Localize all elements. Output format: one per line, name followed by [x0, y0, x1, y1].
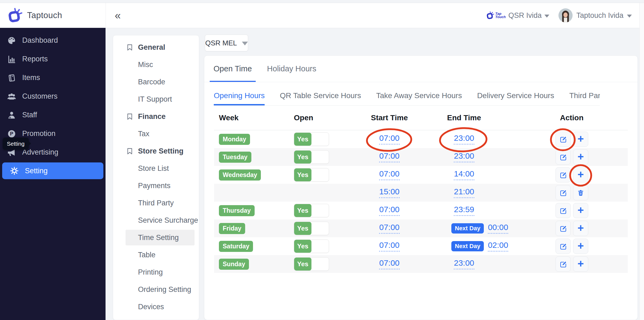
org-logo: Tap Touch	[486, 11, 506, 19]
start-time-link[interactable]: 07:00	[379, 259, 399, 269]
add-button[interactable]: +	[573, 149, 588, 165]
main-sidebar: Dashboard Reports Items	[0, 28, 106, 320]
settings-item-table[interactable]: Table	[113, 246, 199, 264]
settings-item-devices[interactable]: Devices	[113, 298, 199, 315]
edit-button[interactable]	[556, 203, 571, 218]
scrollbar[interactable]	[639, 3, 644, 320]
edit-button[interactable]	[556, 239, 571, 254]
edit-button[interactable]	[556, 221, 571, 236]
table-row-tuesday: Tuesday Yes 07:00 23:00 +	[214, 148, 628, 166]
time-setting-card: Open Time Holiday Hours Opening Hours QR…	[204, 55, 638, 320]
add-button[interactable]: +	[573, 167, 588, 182]
store-selector[interactable]: QSR MEL	[205, 35, 248, 51]
org-caret-icon[interactable]	[544, 15, 549, 18]
sidebar-item-items[interactable]: Items	[0, 68, 106, 87]
start-time-link[interactable]: 07:00	[379, 223, 399, 234]
promotion-icon: P	[7, 129, 16, 138]
settings-item-payments[interactable]: Payments	[113, 177, 199, 194]
next-day-badge: Next Day	[451, 223, 484, 234]
settings-item-third-party[interactable]: Third Party	[113, 194, 199, 212]
table-row-wednesday-extra: 15:00 21:00	[214, 184, 628, 202]
add-button[interactable]: +	[573, 132, 588, 147]
settings-item-misc[interactable]: Misc	[113, 56, 199, 73]
day-badge: Friday	[219, 223, 245, 234]
edit-button[interactable]	[556, 167, 571, 182]
end-time-link[interactable]: 02:00	[488, 241, 508, 252]
sidebar-item-reports[interactable]: Reports	[0, 50, 106, 68]
end-time-link[interactable]: 21:00	[454, 187, 474, 198]
edit-button[interactable]	[556, 132, 571, 147]
edit-button[interactable]	[556, 149, 571, 165]
open-toggle[interactable]: Yes	[294, 150, 329, 164]
edit-button[interactable]	[556, 256, 571, 272]
edit-button[interactable]	[556, 185, 571, 200]
start-time-link[interactable]: 07:00	[379, 134, 399, 145]
subtab-delivery-service-hours[interactable]: Delivery Service Hours	[477, 91, 554, 105]
open-toggle[interactable]: Yes	[294, 239, 329, 253]
plus-icon: +	[577, 258, 584, 269]
table-row-sunday: Sunday Yes 07:00 23:00 +	[214, 255, 628, 273]
subtab-opening-hours[interactable]: Opening Hours	[214, 91, 265, 105]
add-button[interactable]: +	[573, 256, 588, 272]
open-toggle[interactable]: Yes	[294, 204, 329, 217]
settings-item-tax[interactable]: Tax	[113, 125, 199, 142]
end-time-link[interactable]: 23:59	[454, 205, 474, 216]
add-button[interactable]: +	[573, 203, 588, 218]
start-time-link[interactable]: 07:00	[379, 152, 399, 162]
edit-icon	[560, 154, 567, 161]
table-header: Week Open Start Time End Time Action	[214, 106, 628, 130]
open-toggle[interactable]: Yes	[294, 132, 329, 146]
app-window: Taptouch « Tap Touch QSR Ivida	[0, 0, 644, 320]
user-avatar[interactable]	[558, 8, 573, 22]
delete-button[interactable]	[573, 185, 588, 200]
settings-item-service-surcharge[interactable]: Service Surcharge	[113, 212, 199, 229]
start-time-link[interactable]: 07:00	[379, 205, 399, 216]
column-header-start-time: Start Time	[362, 106, 416, 130]
settings-item-printing[interactable]: Printing	[113, 264, 199, 281]
open-toggle[interactable]: Yes	[294, 222, 329, 235]
edit-icon	[560, 136, 567, 143]
plus-icon: +	[577, 205, 584, 215]
settings-item-ordering-setting[interactable]: Ordering Setting	[113, 281, 199, 298]
account-menu[interactable]: Taptouch Ivida	[576, 11, 623, 20]
edit-icon	[560, 225, 567, 232]
setting-gear-icon	[10, 166, 19, 175]
sidebar-item-staff[interactable]: Staff	[0, 106, 106, 124]
add-button[interactable]: +	[573, 221, 588, 236]
settings-section-general: General	[113, 39, 199, 56]
sidebar-item-dashboard[interactable]: Dashboard	[0, 31, 106, 50]
end-time-link[interactable]: 23:00	[454, 259, 474, 269]
sidebar-item-customers[interactable]: Customers	[0, 87, 106, 106]
org-switcher[interactable]: QSR Ivida	[508, 11, 542, 20]
subtab-qr-table-service-hours[interactable]: QR Table Service Hours	[280, 91, 361, 105]
settings-item-barcode[interactable]: Barcode	[113, 73, 199, 91]
settings-section-finance: Finance	[113, 108, 199, 125]
settings-item-store-list[interactable]: Store List	[113, 160, 199, 177]
end-time-link[interactable]: 23:00	[454, 134, 474, 145]
open-toggle[interactable]: Yes	[294, 168, 329, 182]
settings-nav: General Misc Barcode IT Support Finance …	[113, 35, 199, 320]
plus-icon: +	[577, 240, 584, 251]
start-time-link[interactable]: 15:00	[379, 187, 399, 198]
setting-tooltip: Setting	[3, 138, 29, 150]
start-time-link[interactable]: 07:00	[379, 241, 399, 252]
brand-name: Taptouch	[27, 11, 62, 20]
add-button[interactable]: +	[573, 239, 588, 254]
sidebar-item-setting[interactable]: Setting	[2, 162, 103, 179]
settings-item-time-setting[interactable]: Time Setting	[126, 230, 195, 245]
org-logo-text: Tap Touch	[495, 12, 506, 19]
open-toggle[interactable]: Yes	[294, 257, 329, 271]
subtab-take-away-service-hours[interactable]: Take Away Service Hours	[376, 91, 462, 105]
end-time-link[interactable]: 14:00	[454, 169, 474, 180]
end-time-link[interactable]: 23:00	[454, 152, 474, 162]
sidebar-collapse-button[interactable]: «	[115, 3, 121, 28]
opening-hours-table: Week Open Start Time End Time Action Mon…	[214, 106, 628, 273]
tab-open-time[interactable]: Open Time	[213, 56, 252, 82]
reports-icon	[7, 55, 16, 64]
settings-item-it-support[interactable]: IT Support	[113, 91, 199, 108]
end-time-link[interactable]: 00:00	[488, 223, 508, 234]
subtab-third-party-service-hours[interactable]: Third Party Service Hours	[569, 91, 600, 105]
account-caret-icon[interactable]	[627, 15, 632, 18]
tab-holiday-hours[interactable]: Holiday Hours	[267, 56, 316, 82]
start-time-link[interactable]: 07:00	[379, 169, 399, 180]
